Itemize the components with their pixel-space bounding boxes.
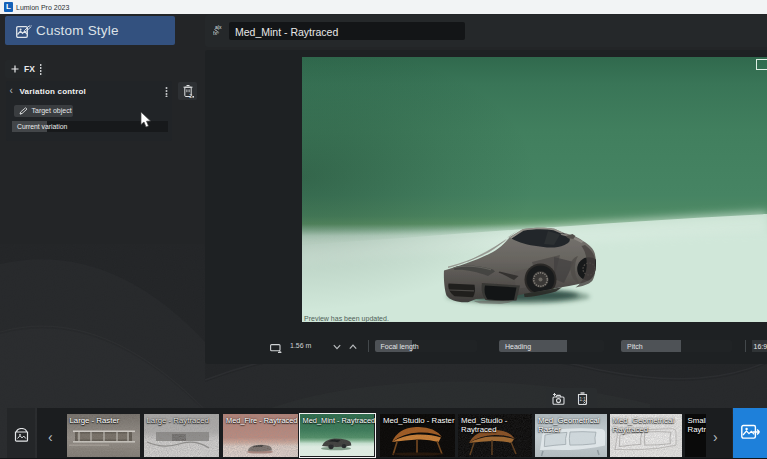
- svg-text:1:1: 1:1: [580, 397, 587, 402]
- svg-text:2: 2: [189, 93, 192, 98]
